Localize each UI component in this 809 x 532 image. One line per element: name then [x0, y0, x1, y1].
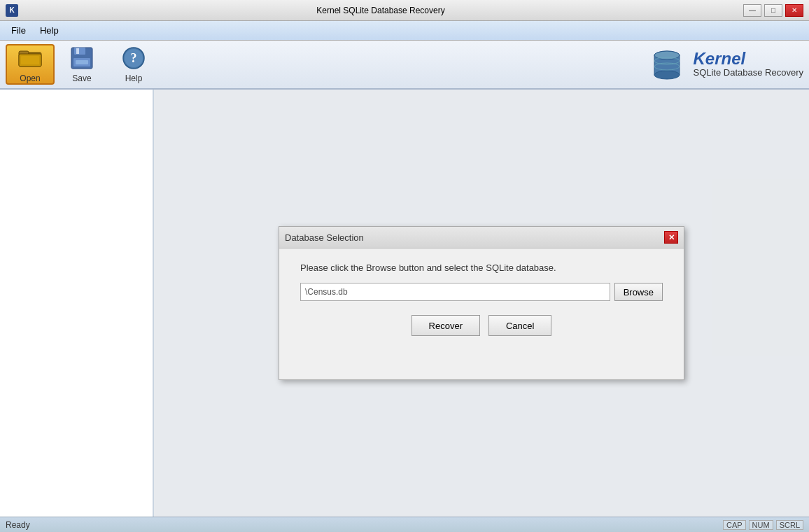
cap-indicator: CAP: [723, 520, 746, 530]
svg-text:?: ?: [131, 51, 137, 65]
toolbar: Open Save ? Help: [0, 41, 809, 90]
brand-logo-icon: [649, 47, 684, 82]
app-logo: K: [6, 4, 18, 17]
dialog-input-row: Browse: [300, 283, 663, 301]
dialog-title: Database Selection: [285, 232, 364, 243]
minimize-button[interactable]: —: [743, 4, 761, 17]
svg-rect-3: [21, 56, 39, 64]
file-path-input[interactable]: [300, 283, 610, 301]
dialog-body: Please click the Browse button and selec…: [279, 248, 684, 357]
maximize-button[interactable]: □: [764, 4, 782, 17]
title-bar: K Kernel SQLite Database Recovery — □ ✕: [0, 0, 809, 21]
save-label: Save: [72, 74, 91, 83]
status-bar: Ready CAP NUM SCRL: [0, 517, 809, 532]
brand-name: Kernel: [693, 50, 803, 67]
file-menu[interactable]: File: [6, 23, 31, 38]
brand-text-block: Kernel SQLite Database Recovery: [693, 50, 803, 79]
help-menu[interactable]: Help: [34, 23, 64, 38]
svg-rect-6: [76, 48, 79, 54]
dialog-action-row: Recover Cancel: [300, 315, 663, 336]
help-label: Help: [125, 74, 143, 83]
database-selection-dialog: Database Selection ✕ Please click the Br…: [279, 226, 684, 380]
status-indicators: CAP NUM SCRL: [723, 520, 803, 530]
window-title: Kernel SQLite Database Recovery: [18, 6, 743, 15]
help-toolbar-button[interactable]: ? Help: [109, 44, 158, 85]
save-toolbar-button[interactable]: Save: [57, 44, 106, 85]
dialog-instruction: Please click the Browse button and selec…: [300, 262, 663, 273]
dialog-close-button[interactable]: ✕: [664, 231, 678, 244]
open-icon: [17, 46, 43, 71]
brand-subtitle: SQLite Database Recovery: [693, 67, 803, 79]
close-button[interactable]: ✕: [785, 4, 803, 17]
scrl-indicator: SCRL: [776, 520, 803, 530]
recover-button[interactable]: Recover: [411, 315, 480, 336]
num-indicator: NUM: [749, 520, 773, 530]
help-icon: ?: [121, 46, 146, 71]
svg-rect-8: [76, 60, 88, 64]
svg-point-14: [654, 71, 680, 79]
window-controls: — □ ✕: [743, 4, 803, 17]
cancel-button[interactable]: Cancel: [488, 315, 551, 336]
dialog-titlebar: Database Selection ✕: [279, 227, 684, 248]
open-toolbar-button[interactable]: Open: [6, 44, 55, 85]
right-panel: Database Selection ✕ Please click the Br…: [154, 90, 809, 517]
menu-bar: File Help: [0, 21, 809, 41]
open-label: Open: [20, 74, 40, 83]
brand-area: Kernel SQLite Database Recovery: [649, 47, 803, 82]
svg-rect-5: [74, 48, 85, 55]
status-text: Ready: [6, 520, 30, 530]
dialog-overlay: Database Selection ✕ Please click the Br…: [154, 90, 809, 517]
save-icon: [69, 46, 94, 71]
left-panel: [0, 90, 154, 517]
browse-button[interactable]: Browse: [614, 283, 663, 301]
main-area: Database Selection ✕ Please click the Br…: [0, 90, 809, 517]
